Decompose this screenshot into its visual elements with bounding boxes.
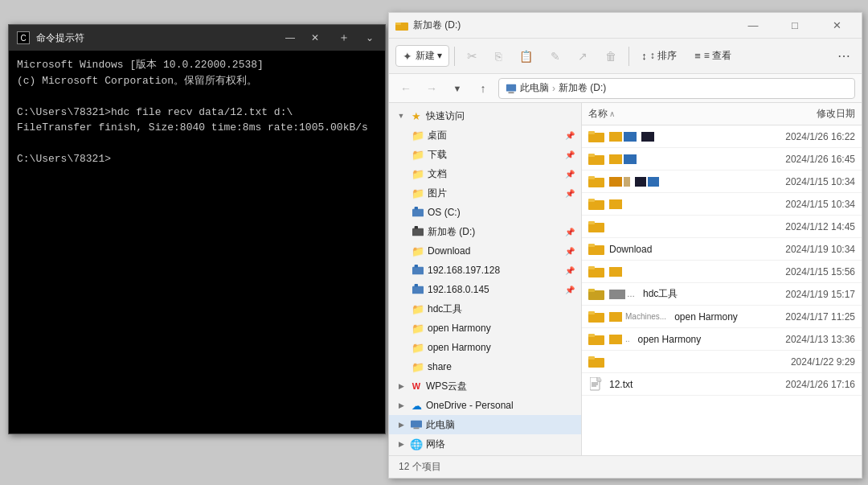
explorer-close-btn[interactable]: ✕ bbox=[818, 14, 855, 38]
dropdown-button[interactable]: ▼ bbox=[447, 78, 468, 99]
file-row-1[interactable]: 2024/1/26 16:22 bbox=[582, 125, 862, 148]
file-row-11[interactable]: 2024/1/22 9:29 bbox=[582, 351, 862, 373]
rename-button[interactable]: ✎ bbox=[543, 46, 567, 67]
sort-button[interactable]: ↕ ↕ 排序 bbox=[634, 45, 684, 67]
cmd-close-btn[interactable]: ✕ bbox=[308, 32, 322, 43]
onedrive-item[interactable]: ▶ ☁ OneDrive - Personal bbox=[389, 396, 581, 415]
share-button[interactable]: ↗ bbox=[571, 46, 595, 67]
paste-button[interactable]: 📋 bbox=[512, 46, 540, 67]
col-date-header[interactable]: 修改日期 bbox=[743, 107, 855, 121]
quick-access-icon: ★ bbox=[410, 109, 423, 122]
svg-rect-11 bbox=[415, 284, 418, 287]
pin-icon-ip1: 📌 bbox=[565, 266, 575, 275]
delete-button[interactable]: 🗑 bbox=[598, 46, 624, 67]
sidebar-item-oh2[interactable]: 📁 open Harmony bbox=[389, 338, 581, 357]
back-button[interactable]: ← bbox=[395, 78, 416, 99]
file-row-8[interactable]: … hdc工具 2024/1/19 15:17 bbox=[582, 283, 862, 306]
svg-rect-35 bbox=[588, 356, 595, 360]
sidebar-item-downloads[interactable]: 📁 下载 📌 bbox=[389, 145, 581, 164]
col-name-header[interactable]: 名称 ∧ bbox=[588, 107, 743, 121]
this-pc-icon bbox=[410, 418, 423, 431]
explorer-minimize-btn[interactable]: — bbox=[735, 14, 772, 38]
copy-button[interactable]: ⎘ bbox=[488, 46, 509, 67]
sidebar-item-oh1[interactable]: 📁 open Harmony bbox=[389, 319, 581, 338]
cmd-dropdown-btn[interactable]: ⌄ bbox=[362, 32, 377, 43]
file-row-6[interactable]: Download 2024/1/19 10:34 bbox=[582, 238, 862, 261]
thumbnail-10: .. bbox=[609, 335, 630, 344]
up-button[interactable]: ↑ bbox=[473, 78, 493, 99]
cmd-window: C 命令提示符 — ✕ ＋ ⌄ Microsoft Windows [版本 10… bbox=[8, 24, 386, 434]
file-date-3: 2024/1/15 10:34 bbox=[743, 176, 855, 187]
wps-expand[interactable]: ▶ bbox=[395, 380, 407, 392]
sidebar-item-download-folder[interactable]: 📁 Download 📌 bbox=[389, 241, 581, 261]
quick-access-header[interactable]: ▼ ★ 快速访问 bbox=[389, 106, 581, 125]
desktop-icon: 📁 bbox=[411, 129, 424, 142]
file-date-12: 2024/1/26 17:16 bbox=[743, 379, 855, 390]
sidebar-item-docs[interactable]: 📁 文档 📌 bbox=[389, 164, 581, 183]
this-pc-expand[interactable]: ▶ bbox=[395, 419, 407, 430]
hdc-label: hdc工具 bbox=[428, 302, 575, 316]
onedrive-expand[interactable]: ▶ bbox=[395, 400, 407, 411]
sidebar-item-ip1[interactable]: 192.168.197.128 📌 bbox=[389, 261, 581, 280]
file-row-5[interactable]: 2024/1/12 14:45 bbox=[582, 216, 862, 238]
newd-icon bbox=[411, 225, 424, 238]
file-row-12[interactable]: 12.txt 2024/1/26 17:16 bbox=[582, 373, 862, 396]
quick-access-label: 快速访问 bbox=[426, 109, 575, 123]
cmd-minimize-btn[interactable]: — bbox=[282, 32, 298, 43]
quick-access-expand[interactable]: ▼ bbox=[395, 110, 407, 121]
cut-button[interactable]: ✂ bbox=[460, 45, 485, 68]
svg-rect-9 bbox=[415, 265, 418, 268]
newd-label: 新加卷 (D:) bbox=[428, 225, 562, 239]
sidebar-item-osc[interactable]: OS (C:) bbox=[389, 203, 581, 222]
sidebar-item-share[interactable]: 📁 share bbox=[389, 357, 581, 376]
svg-rect-12 bbox=[411, 421, 422, 428]
folder-icon-10 bbox=[588, 331, 604, 347]
ip1-label: 192.168.197.128 bbox=[428, 265, 562, 276]
download-folder-label: Download bbox=[428, 245, 562, 257]
docs-label: 文档 bbox=[428, 167, 562, 181]
cmd-line-5: FileTransfer finish, Size:8040 time:8ms … bbox=[17, 120, 377, 136]
svg-rect-19 bbox=[588, 176, 595, 179]
explorer-maximize-btn[interactable]: □ bbox=[776, 14, 813, 38]
file-row-2[interactable]: 2024/1/26 16:45 bbox=[582, 148, 862, 171]
sidebar-item-pictures[interactable]: 📁 图片 📌 bbox=[389, 183, 581, 203]
sidebar-item-hdc[interactable]: 📁 hdc工具 bbox=[389, 299, 581, 319]
cmd-line-2: (c) Microsoft Corporation。保留所有权利。 bbox=[17, 73, 377, 89]
wps-cloud-item[interactable]: ▶ W WPS云盘 bbox=[389, 376, 581, 396]
this-pc-item[interactable]: ▶ 此电脑 bbox=[389, 415, 581, 434]
svg-rect-8 bbox=[412, 267, 424, 275]
explorer-titlebar: 新加卷 (D:) — □ ✕ bbox=[389, 13, 862, 39]
sidebar-item-newd[interactable]: 新加卷 (D:) 📌 bbox=[389, 222, 581, 241]
folder-icon-7 bbox=[588, 264, 604, 280]
network-expand[interactable]: ▶ bbox=[395, 438, 407, 450]
pictures-icon: 📁 bbox=[411, 187, 424, 199]
sidebar-item-ip2[interactable]: 192.168.0.145 📌 bbox=[389, 280, 581, 299]
pc-icon bbox=[506, 83, 517, 94]
view-icon: ≡ bbox=[694, 50, 701, 62]
new-button[interactable]: ✦ 新建 ▾ bbox=[395, 45, 449, 67]
more-options-button[interactable]: ⋯ bbox=[833, 45, 855, 67]
sidebar-item-desktop[interactable]: 📁 桌面 📌 bbox=[389, 125, 581, 145]
network-item[interactable]: ▶ 🌐 网络 bbox=[389, 434, 581, 454]
cut-icon: ✂ bbox=[467, 49, 477, 64]
pin-icon-pics: 📌 bbox=[565, 189, 575, 198]
sort-icon: ↕ bbox=[641, 50, 647, 62]
file-row-7[interactable]: 2024/1/15 15:56 bbox=[582, 261, 862, 283]
address-path[interactable]: 此电脑 › 新加卷 (D:) bbox=[498, 78, 855, 99]
svg-rect-13 bbox=[414, 428, 420, 430]
network-icon: 🌐 bbox=[410, 438, 423, 450]
file-row-4[interactable]: 2024/1/15 10:34 bbox=[582, 193, 862, 216]
view-button[interactable]: ≡ ≡ 查看 bbox=[687, 45, 739, 67]
file-row-9[interactable]: Machines... open Harmony 2024/1/17 11:25 bbox=[582, 306, 862, 328]
hdc-icon: 📁 bbox=[411, 302, 424, 315]
thumbnail-3 bbox=[609, 177, 659, 187]
thumbnail-9: Machines... bbox=[609, 312, 666, 322]
cmd-new-tab-btn[interactable]: ＋ bbox=[335, 31, 353, 45]
forward-button[interactable]: → bbox=[421, 78, 442, 99]
pin-icon-d: 📌 bbox=[565, 228, 575, 236]
explorer-window: 新加卷 (D:) — □ ✕ ✦ 新建 ▾ ✂ ⎘ 📋 ✎ ↗ 🗑 ↕ bbox=[388, 12, 862, 479]
file-row-3[interactable]: 2024/1/15 10:34 bbox=[582, 171, 862, 193]
folder-icon-5 bbox=[588, 219, 604, 235]
explorer-title: 新加卷 (D:) bbox=[413, 18, 730, 32]
file-row-10[interactable]: .. open Harmony 2024/1/13 13:36 bbox=[582, 328, 862, 351]
